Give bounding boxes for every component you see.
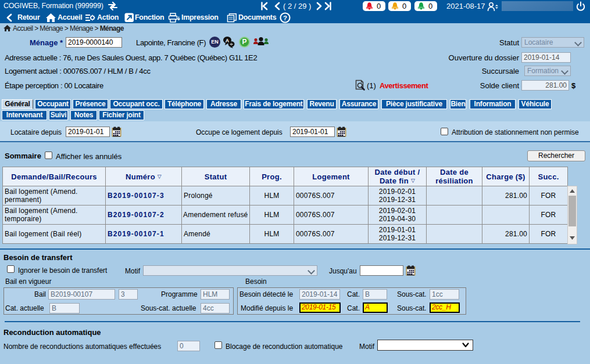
- svg-text:?: ?: [283, 15, 287, 21]
- svg-text:A: A: [226, 38, 230, 44]
